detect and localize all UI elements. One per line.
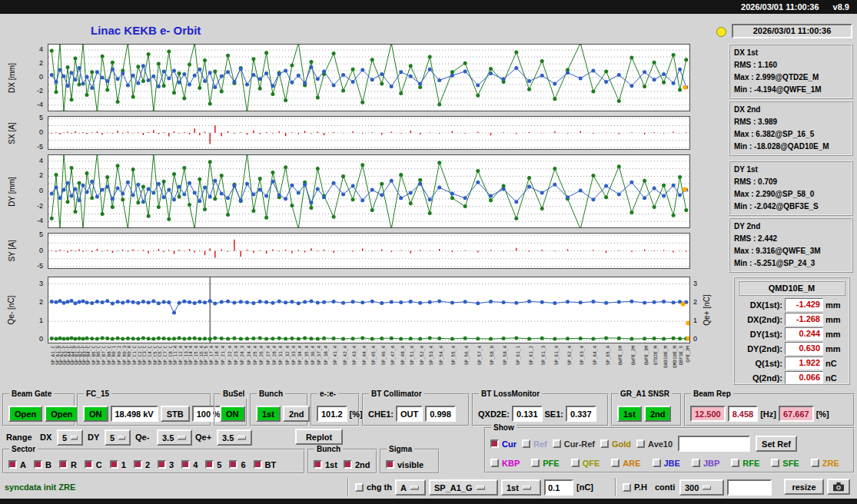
checkbox-2nd[interactable]: 2nd [344,460,370,469]
checkbox-cur[interactable]: Cur [490,439,517,449]
set-ref-input[interactable] [678,436,750,452]
interval-select[interactable]: 300 [679,479,724,496]
ph-checkbox[interactable]: P.H [623,482,647,492]
dx-plot-area[interactable] [48,44,690,111]
checkbox-6[interactable]: 6 [229,460,245,469]
conti-label: conti [655,482,675,492]
checkbox-bt[interactable]: BT [254,460,277,469]
checkbox-1st[interactable]: 1st [314,460,337,469]
range-qep-select[interactable]: 3.5 [217,429,252,446]
bunch-filter-panel: Bunch 1st2nd [307,449,377,474]
sy-plot-area[interactable] [48,233,690,269]
chart-sy: SY [A] 50-5 [0,233,711,269]
checkbox-3[interactable]: 3 [158,460,174,469]
group-title: BuSel [221,390,247,399]
checkbox-label: chg th [367,482,392,492]
checkbox-indicator [771,459,779,467]
checkbox-jbe[interactable]: JBE [653,459,680,468]
fc15-on-button[interactable]: ON [83,406,108,422]
selected-value: SP_A1_G [434,483,473,492]
snsr-2nd-button[interactable]: 2nd [644,406,672,422]
checkbox-jbp[interactable]: JBP [692,459,719,468]
x-axis-bpm-label: SP_57_4 [477,346,482,365]
checkbox-ave10[interactable]: Ave10 [636,439,673,449]
group-title: Bunch [314,445,343,454]
show-checkboxes-2: KBPPFEQFEAREJBEJBPRFESFEZRE [490,459,839,468]
checkbox-pfe[interactable]: PFE [531,459,559,468]
busel-on-button[interactable]: ON [220,406,245,422]
checkbox-r[interactable]: R [59,460,77,469]
che1-label: CHE1: [368,410,394,419]
bunch-1st-button[interactable]: 1st [256,406,281,422]
y-tick-label: 4 [26,45,43,53]
range-dx-select[interactable]: 5 [57,429,83,446]
status-message: syncdata init ZRE [5,482,75,492]
checkbox-label: visible [397,460,424,469]
checkbox-5[interactable]: 5 [205,460,221,469]
beam-gate-open-1-button[interactable]: Open [8,406,42,422]
checkbox-cur-ref[interactable]: Cur-Ref [553,439,595,449]
bpm-select[interactable]: SP_A1_G [429,479,498,496]
dy-plot-area[interactable] [48,154,690,228]
fc15-stb-button[interactable]: STB [161,406,190,422]
beam-rep-value-2: 8.458 [728,406,759,422]
checkbox-indicator [34,460,42,469]
checkbox-1[interactable]: 1 [110,460,126,469]
bunch-select[interactable]: 1st [501,479,541,496]
checkbox-2[interactable]: 2 [134,460,150,469]
checkbox-a[interactable]: A [8,460,26,469]
checkbox-kbp[interactable]: KBP [490,459,520,468]
checkbox-4[interactable]: 4 [181,460,198,469]
y-tick-label: -5 [26,143,43,151]
replot-button[interactable]: Replot [295,429,343,445]
checkbox-sfe[interactable]: SFE [771,459,799,468]
snsr-1st-button[interactable]: 1st [617,406,642,422]
aux-input[interactable] [727,479,772,496]
checkbox-c[interactable]: C [85,460,102,469]
snapshot-button[interactable] [827,479,850,495]
beam-gate-open-2-button[interactable]: Open [45,406,78,422]
checkbox-indicator [600,439,609,448]
dropdown-indicator-icon [238,436,246,439]
sector-select[interactable]: A [395,479,426,496]
checkbox-ref[interactable]: Ref [522,439,547,449]
stats-rms: RMS : 1.160 [734,59,848,71]
group-title: e-:e- [317,390,338,399]
sx-axis-ticks: 50-5 [26,116,45,150]
chg-th-checkbox[interactable]: chg th [355,482,392,492]
stats-max: Max : 2.290@SP_58_0 [734,188,848,201]
checkbox-gold[interactable]: Gold [600,439,631,449]
x-axis-bpm-label: SP_63_4 [580,346,584,365]
application-window: 2026/03/01 11:00:36 v8.9 Linac KEKB e- O… [0,0,857,504]
bottom-border-bar [0,499,857,504]
x-axis-bpm-label: SP_45_4 [371,346,376,365]
dropdown-indicator-icon [410,486,419,489]
range-dy-select[interactable]: 5 [105,429,131,446]
separator [615,478,616,496]
chart-canvas [48,234,689,268]
sx-plot-area[interactable] [48,116,690,150]
checkbox-rfe[interactable]: RFE [731,459,759,468]
checkbox-are[interactable]: ARE [611,459,640,468]
resize-button[interactable]: resize [784,479,824,495]
show-row-1: CurRefCur-RefGoldAve10 Set Ref [490,434,849,453]
range-qem-select[interactable]: 3.5 [157,429,192,446]
bunch-2nd-button[interactable]: 2nd [283,406,311,422]
y-tick-label: 2 [26,59,43,67]
dx-axis-ticks: 420-2-4 [26,44,45,111]
threshold-input[interactable] [544,479,573,496]
x-axis-bpm-label: SP_24_3 [240,346,244,365]
y-tick-label: 0 [26,247,43,254]
checkbox-label: ARE [623,459,640,468]
x-axis-bpm-label: SP_65_4 [606,346,610,365]
checkbox-b[interactable]: B [34,460,51,469]
checkbox-qfe[interactable]: QFE [571,459,600,468]
checkbox-indicator [731,459,739,467]
x-axis-bpm-label: SP_53_4 [429,346,433,365]
set-ref-button[interactable]: Set Ref [756,436,797,452]
checkbox-visible[interactable]: visible [386,460,424,469]
x-axis-bpm-label: SP_41_4 [333,346,337,365]
checkbox-zre[interactable]: ZRE [811,459,839,468]
qe-plot-area[interactable] [48,277,690,343]
x-axis-bpm-label: SP_58_4 [503,346,507,365]
